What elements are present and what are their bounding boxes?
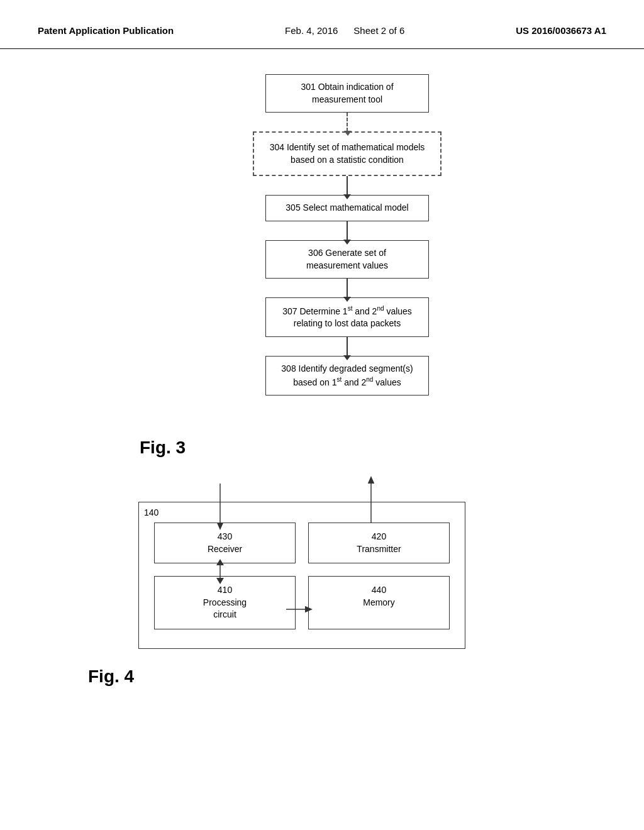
arrow-301-304 [347,113,348,131]
arrow-306-307 [347,279,348,297]
box-430: 430Receiver [154,523,296,563]
fig4-label: Fig. 4 [88,667,134,687]
arrow-307-308 [347,337,348,356]
box-307: 307 Determine 1st and 2nd valuesrelating… [265,297,429,337]
publication-date: Feb. 4, 2016 [285,25,338,36]
box-440: 440Memory [308,576,450,629]
fig3-label: Fig. 3 [140,438,186,458]
fig3-flowchart: 301 Obtain indication ofmeasurement tool… [152,74,542,396]
box-306: 306 Generate set ofmeasurement values [265,240,429,279]
arrow-305-306 [347,221,348,240]
box-301: 301 Obtain indication ofmeasurement tool [265,74,429,113]
patent-number: US 2016/0036673 A1 [516,25,606,36]
fig4-outer-label: 140 [144,507,158,517]
fig4-section: 140 430Receiver 420Transmitter 410Proces… [38,502,606,687]
fig3-section: 301 Obtain indication ofmeasurement tool… [102,74,542,451]
main-content: 301 Obtain indication ofmeasurement tool… [0,49,644,712]
box-420: 420Transmitter [308,523,450,563]
sheet-info: Sheet 2 of 6 [353,25,404,36]
box-304: 304 Identify set of mathematical modelsb… [253,131,441,176]
page-header: Patent Application Publication Feb. 4, 2… [0,0,644,49]
publication-label: Patent Application Publication [38,25,174,36]
box-410: 410Processingcircuit [154,576,296,629]
box-308: 308 Identify degraded segment(s)based on… [265,356,429,396]
fig4-outer-box: 140 430Receiver 420Transmitter 410Proces… [138,502,465,649]
fig4-grid: 430Receiver 420Transmitter 410Processing… [154,523,450,629]
date-sheet-info: Feb. 4, 2016 Sheet 2 of 6 [285,25,404,36]
arrow-304-305 [347,176,348,195]
